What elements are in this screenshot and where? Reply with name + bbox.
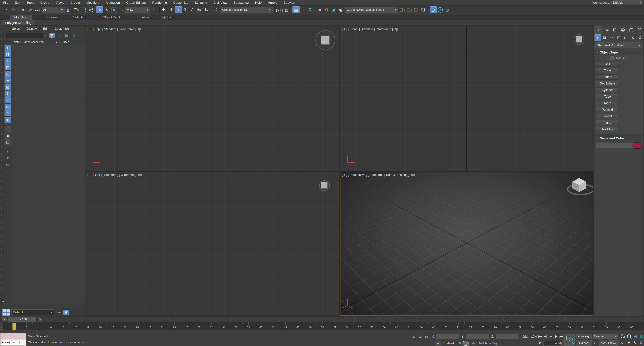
render-production-icon[interactable]: ◉ [337,6,344,13]
scene-object-list[interactable] [12,45,85,303]
schematic-toggle-button[interactable]: ⊞ [63,310,69,315]
primitive-button-plane[interactable]: Plane [596,120,619,125]
menu-tools[interactable]: Tools [23,0,37,5]
snaps-toggle-3d-icon[interactable]: 3˘ [182,6,189,13]
viewport-perspective-label[interactable]: [ + ] [ Perspective ] [ Standard ] [ Def… [342,173,414,177]
filter-icon[interactable]: ▼ [4,155,11,161]
primitive-button-cone[interactable]: Cone [596,68,619,73]
display-spacewarps-icon[interactable]: ≋ [4,77,11,83]
menu-modifiers[interactable]: Modifiers [83,0,102,5]
filter-icon[interactable] [138,174,142,176]
cat-lights[interactable]: ✧ [608,34,615,41]
auto-key-button[interactable]: Auto Key [576,334,592,339]
orbit-icon[interactable]: ↻ [632,340,638,345]
primitive-button-teapot[interactable]: Teapot [596,114,619,119]
key-step-icon[interactable]: ◀▶ [538,341,542,344]
zoom-extents-icon[interactable]: ▣ [632,334,638,339]
mirror-icon[interactable]: ▷◁ [276,6,283,13]
cat-shapes[interactable]: ◪ [602,34,608,41]
zoom-icon[interactable] [620,334,625,339]
filter-icon[interactable] [138,28,142,30]
project-folder-dropdown[interactable]: C:\Users\Milj...\3ds Max 2023▼ [345,7,398,13]
play-button[interactable]: ▶ [548,334,553,339]
explorer-menu-select[interactable]: Select [9,27,24,30]
command-panel-scrollbar[interactable] [643,25,644,330]
schematic-view-icon[interactable]: ⌗ [316,6,323,13]
next-frame-button[interactable]: ||▶ [554,334,558,339]
state-sets-dropdown[interactable]: Default ▼ [12,310,54,315]
autoback-toggle-icon[interactable]: ◷ [430,6,437,13]
polygon-modeling-panel[interactable]: Polygon Modeling [2,20,35,25]
tab-create[interactable]: + [594,26,602,34]
column-name[interactable]: Name (Sorted Ascending) ▲ [12,40,60,44]
layers-icon[interactable]: ≋ [56,310,62,315]
category-dropdown[interactable]: Standard Primitives ▼ [595,42,642,48]
filter-button[interactable] [49,33,55,38]
primitive-button-pyramid[interactable]: Pyramid [596,107,619,112]
object-color-swatch[interactable] [634,142,642,149]
object-name-input[interactable] [596,143,632,148]
bind-to-space-warp-icon[interactable]: ≋∞ [34,6,41,13]
menu-civil-view[interactable]: Civil View [210,0,230,5]
key-filters-button[interactable]: Key Filters... [599,340,618,346]
primitive-button-geosphere[interactable]: GeoSphere [596,81,619,86]
primitive-button-tube[interactable]: Tube [596,94,619,99]
menu-substance[interactable]: Substance [230,0,252,5]
display-particles-icon[interactable]: ▧ [4,84,11,90]
menu-create[interactable]: Create [67,0,83,5]
project-nodes-icon[interactable]: ❏⌗ [413,6,420,13]
viewport-top[interactable]: [ + ] [ Top ] [ Standard ] [ Wireframe ] [85,26,339,171]
y-coordinate-field[interactable] [466,334,489,339]
pan-hand-icon[interactable]: ✥ [626,340,632,345]
tab-modify[interactable]: ↝ [603,26,611,34]
edit-named-selection-sets-icon[interactable]: {∕ [213,6,220,13]
note-view-icon[interactable]: ▤ [4,139,11,145]
viewport-layout-button[interactable] [2,309,10,316]
curve-editor-icon[interactable]: ∿ [300,6,306,13]
primitive-button-torus[interactable]: Torus [596,101,619,106]
x-coordinate-field[interactable] [436,334,459,339]
cat-cameras[interactable]: ◫ [616,34,622,41]
use-pivot-point-icon[interactable]: ⊕ [151,6,158,13]
angle-snap-icon[interactable]: ∠˘ [189,6,196,13]
container-icon[interactable]: ▭ [4,162,11,168]
menu-customize[interactable]: Customize [170,0,192,5]
ribbon-tab-modeling[interactable]: Modeling [10,14,32,20]
menu-rendering[interactable]: Rendering [149,0,170,5]
menu-edit[interactable]: Edit [12,0,24,5]
set-keys-button[interactable]: + [563,334,574,346]
display-gizmos-icon[interactable]: ✣ [4,110,11,116]
cat-systems[interactable]: ⚙ [636,34,643,41]
search-input[interactable] [6,33,43,38]
maximize-viewport-icon[interactable]: ◱ [639,340,644,345]
go-to-start-button[interactable]: |◀◀ [537,334,542,339]
rectangular-selection-region-icon[interactable] [80,6,87,13]
dock-drag-handle[interactable] [1,26,2,295]
ribbon-tab-selection[interactable]: Selection [69,15,90,20]
menu-babylon[interactable]: Babylon [280,0,298,5]
degradation-toggle[interactable]: 0 [462,341,469,346]
cat-spacewarps[interactable]: ≋ [630,34,636,41]
viewcube[interactable] [576,36,582,43]
explorer-menu-edit[interactable]: Edit [40,27,52,30]
workspaces-dropdown[interactable]: Default ▼ [612,0,643,5]
select-and-move-icon[interactable]: ✥ [96,6,103,13]
select-object-icon[interactable]: ▯↖ [66,6,72,13]
field-of-view-icon[interactable]: ▷ [620,340,625,345]
ribbon-tab-populate[interactable]: Populate [132,15,154,20]
tab-display[interactable]: ▢ [627,26,635,34]
rendered-frame-window-icon[interactable]: ▣ [330,6,337,13]
display-shapes-icon[interactable]: ◨ [4,51,11,57]
select-and-manipulate-icon[interactable]: ✚✚ [161,6,168,13]
viewcube[interactable] [321,182,328,189]
selection-filter-dropdown[interactable]: All▼ [42,7,65,13]
object-type-header[interactable]: ▼ Object Type ⋮⋮ [595,50,643,55]
frame-indicator[interactable]: 0 / 100 [8,317,36,322]
selection-lock-icon[interactable]: ⚿ [419,335,422,339]
previous-frame-button[interactable]: ◀|| [543,334,548,339]
select-and-scale-icon[interactable] [110,6,118,13]
column-frozen[interactable]: Frozen [60,40,75,44]
cat-geometry[interactable]: ● [594,34,601,41]
set-key-button[interactable]: Set Key [576,340,592,346]
undo-icon[interactable]: ↶ [3,6,10,13]
